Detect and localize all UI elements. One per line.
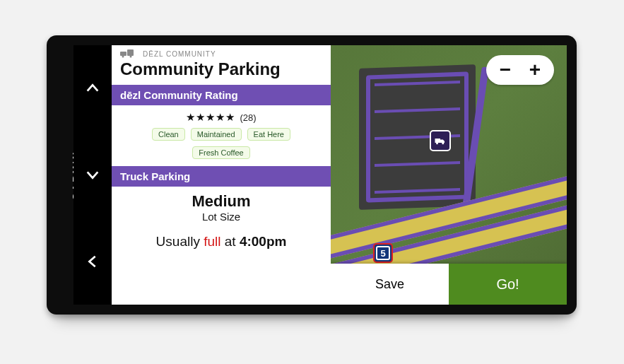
svg-point-2 xyxy=(122,56,124,58)
svg-point-3 xyxy=(130,56,132,58)
lot-size-block: Medium Lot Size xyxy=(112,187,331,227)
tag-fresh-coffee: Fresh Coffee xyxy=(192,146,249,159)
svg-point-4 xyxy=(436,142,438,144)
community-brand-row: DĒZL COMMUNITY xyxy=(112,45,331,59)
device-frame: GARMIN DĒZL COMMUNITY xyxy=(47,35,577,315)
usually-mid: at xyxy=(220,234,239,249)
rating-stars: ★★★★★ xyxy=(186,111,235,124)
chevron-left-icon xyxy=(85,254,100,269)
community-brand-label: DĒZL COMMUNITY xyxy=(143,50,216,58)
rating-row: ★★★★★ (28) xyxy=(112,105,331,128)
svg-point-5 xyxy=(442,142,444,144)
zoom-out-button[interactable]: − xyxy=(493,58,517,82)
save-button[interactable]: Save xyxy=(331,264,449,305)
tag-maintained: Maintained xyxy=(191,128,242,141)
lot-size-value: Medium xyxy=(120,192,322,211)
scroll-up-button[interactable] xyxy=(82,78,103,99)
svg-rect-1 xyxy=(127,49,134,56)
go-button[interactable]: Go! xyxy=(449,264,567,305)
tag-list: Clean Maintained Eat Here Fresh Coffee xyxy=(112,128,331,166)
parking-lot-shape xyxy=(359,64,476,210)
usually-full-line: Usually full at 4:00pm xyxy=(112,227,331,259)
truck-poi-icon[interactable] xyxy=(430,130,451,151)
action-bar: Save Go! xyxy=(331,264,567,305)
dezl-community-icon xyxy=(120,49,139,58)
back-button[interactable] xyxy=(82,251,103,272)
zoom-in-button[interactable]: + xyxy=(523,58,547,82)
usually-time: 4:00pm xyxy=(240,234,287,249)
rating-count: (28) xyxy=(240,112,256,123)
parking-section-header: Truck Parking xyxy=(112,166,331,187)
zoom-control: − + xyxy=(486,55,554,85)
chevron-down-icon xyxy=(85,167,100,182)
svg-rect-0 xyxy=(120,52,126,56)
rating-section-header: dēzl Community Rating xyxy=(112,85,331,105)
scroll-down-button[interactable] xyxy=(82,164,103,185)
interstate-shield: 5 xyxy=(373,243,393,263)
info-panel: DĒZL COMMUNITY Community Parking dēzl Co… xyxy=(112,45,331,305)
map-view[interactable]: 5 − + Save Go! xyxy=(331,45,567,305)
usually-prefix: Usually xyxy=(156,234,204,249)
usually-status: full xyxy=(204,234,220,249)
tag-eat-here: Eat Here xyxy=(247,128,290,141)
screen: DĒZL COMMUNITY Community Parking dēzl Co… xyxy=(73,45,567,305)
chevron-up-icon xyxy=(85,81,100,96)
lot-size-label: Lot Size xyxy=(120,211,322,223)
page-title: Community Parking xyxy=(112,59,331,85)
tag-clean: Clean xyxy=(152,128,185,141)
nav-column xyxy=(73,45,112,305)
